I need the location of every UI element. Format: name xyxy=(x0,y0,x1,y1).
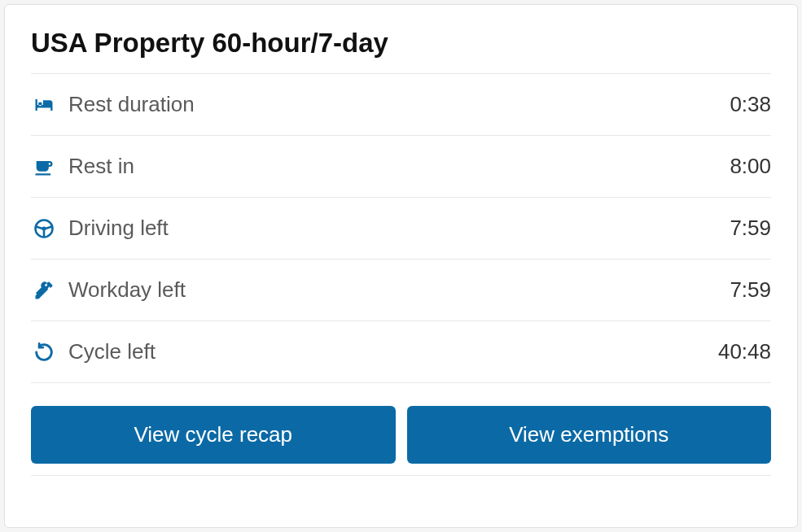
actions-row: View cycle recap View exemptions xyxy=(31,383,771,476)
view-exemptions-button[interactable]: View exemptions xyxy=(407,406,772,464)
row-cycle-left: Cycle left 40:48 xyxy=(31,321,771,383)
value-cycle-left: 40:48 xyxy=(718,339,771,364)
card-title: USA Property 60-hour/7-day xyxy=(31,28,771,74)
cycle-icon xyxy=(31,341,57,364)
value-rest-in: 8:00 xyxy=(730,154,771,179)
row-driving-left: Driving left 7:59 xyxy=(31,198,771,259)
view-cycle-recap-button[interactable]: View cycle recap xyxy=(31,406,396,464)
hos-summary-card: USA Property 60-hour/7-day Rest duration… xyxy=(4,4,798,528)
value-rest-duration: 0:38 xyxy=(730,92,771,117)
label-cycle-left: Cycle left xyxy=(68,339,156,364)
row-rest-duration: Rest duration 0:38 xyxy=(31,74,771,136)
value-driving-left: 7:59 xyxy=(730,216,771,241)
value-workday-left: 7:59 xyxy=(730,277,771,303)
row-workday-left: Workday left 7:59 xyxy=(31,259,771,321)
bed-icon xyxy=(31,94,57,116)
label-rest-in: Rest in xyxy=(68,154,134,179)
coffee-icon xyxy=(31,155,57,178)
label-workday-left: Workday left xyxy=(68,277,186,303)
tools-icon xyxy=(31,279,57,302)
label-rest-duration: Rest duration xyxy=(68,92,195,117)
row-rest-in: Rest in 8:00 xyxy=(31,136,771,198)
label-driving-left: Driving left xyxy=(68,216,169,241)
steering-wheel-icon xyxy=(31,217,57,240)
